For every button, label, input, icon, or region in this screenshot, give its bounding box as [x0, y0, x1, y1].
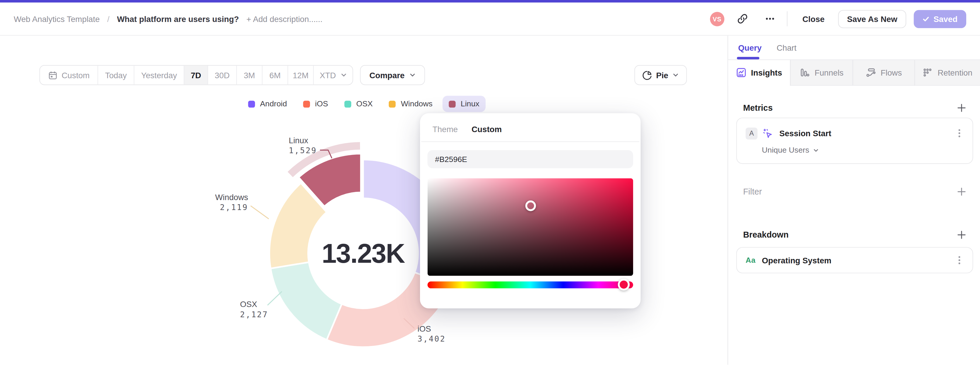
hex-color-input[interactable]: #B2596E [427, 150, 633, 168]
metric-letter-badge: A [746, 128, 757, 139]
pie-label-ios: iOS [417, 324, 431, 333]
save-as-new-button[interactable]: Save As New [838, 10, 906, 28]
breakdown-heading-row: Breakdown [743, 229, 968, 241]
add-filter-button[interactable] [956, 186, 968, 198]
tab-retention-label: Retention [937, 68, 972, 77]
popup-divider [421, 142, 639, 142]
breadcrumb: Web Analytics Template / What platform a… [14, 14, 323, 24]
text-property-badge: Aa [746, 256, 756, 265]
pie-leader-line-windows [251, 206, 269, 219]
metric-options-button[interactable] [954, 127, 965, 139]
breakdown-card[interactable]: Aa Operating System [736, 247, 973, 273]
breakdown-options-button[interactable] [954, 254, 965, 266]
saved-button-label: Saved [934, 14, 958, 24]
header: Web Analytics Template / What platform a… [0, 3, 980, 36]
filter-heading-row: Filter [743, 186, 968, 198]
color-picker-popup: Theme Custom #B2596E [420, 113, 641, 308]
report-canvas: CustomTodayYesterday7D30D3M6M12MXTD Comp… [0, 36, 727, 365]
saved-button[interactable]: Saved [913, 10, 966, 28]
plus-icon [957, 103, 966, 113]
tab-funnels[interactable]: Funnels [790, 60, 853, 86]
funnels-icon [800, 68, 810, 78]
check-icon [922, 15, 929, 22]
tab-custom[interactable]: Custom [472, 124, 502, 134]
header-divider [787, 11, 788, 26]
pie-label-linux: Linux [289, 136, 308, 145]
metrics-heading: Metrics [743, 103, 773, 113]
share-link-button[interactable] [733, 10, 752, 28]
chevron-down-icon [813, 147, 818, 153]
metric-measure-dropdown[interactable]: Unique Users [762, 146, 819, 155]
tab-flows-label: Flows [881, 68, 902, 77]
breakdown-heading: Breakdown [743, 230, 789, 240]
add-metric-button[interactable] [956, 102, 968, 114]
metrics-heading-row: Metrics [743, 102, 968, 114]
metric-card-row: A Session Start [746, 127, 965, 139]
pie-value-osx: 2,127 [240, 310, 268, 319]
metric-measure-label: Unique Users [762, 146, 809, 155]
pie-value-ios: 3,402 [417, 334, 445, 343]
event-sparkle-icon [762, 128, 773, 139]
tab-insights[interactable]: Insights [728, 60, 790, 86]
saturation-value-area[interactable] [427, 179, 633, 276]
color-picker-tabs: Theme Custom [420, 113, 641, 141]
tab-query[interactable]: Query [738, 43, 762, 52]
breadcrumb-separator: / [107, 14, 110, 24]
retention-icon [923, 68, 932, 78]
filter-heading: Filter [743, 187, 762, 196]
page-title[interactable]: What platform are users using? [117, 14, 239, 24]
breadcrumb-root[interactable]: Web Analytics Template [14, 14, 100, 24]
hue-slider[interactable] [427, 282, 633, 288]
tab-insights-label: Insights [751, 68, 782, 77]
top-accent-bar [0, 0, 980, 3]
flows-icon [865, 68, 875, 78]
plus-icon [957, 187, 966, 196]
pie-label-windows: Windows [215, 193, 248, 202]
sidebar-mode-tabs: Query Chart [728, 36, 980, 59]
pie-leader-line-osx [267, 292, 282, 305]
kebab-icon [955, 255, 964, 265]
plus-icon [957, 230, 966, 240]
add-breakdown-button[interactable] [956, 229, 968, 241]
tab-retention[interactable]: Retention [915, 60, 980, 86]
tab-chart[interactable]: Chart [776, 43, 797, 52]
header-actions: VS Close Save As New [710, 9, 966, 29]
app-window: Web Analytics Template / What platform a… [0, 0, 980, 365]
ellipsis-icon [765, 14, 775, 24]
tab-flows[interactable]: Flows [853, 60, 914, 86]
tab-theme[interactable]: Theme [433, 124, 458, 134]
avatar[interactable]: VS [710, 12, 724, 26]
metric-card[interactable]: A Session Start Uniqu [736, 118, 973, 164]
active-tab-underline [737, 57, 759, 59]
report-type-tabs: Insights Funnels [728, 59, 980, 86]
link-icon [737, 13, 748, 24]
query-sidebar: Query Chart Insights [727, 36, 980, 365]
saturation-cursor[interactable] [525, 200, 536, 211]
close-button[interactable]: Close [795, 9, 832, 29]
add-description-link[interactable]: + Add description...... [247, 14, 323, 24]
metric-event-name: Session Start [780, 129, 831, 138]
more-options-button[interactable] [760, 10, 779, 28]
hue-slider-handle[interactable] [618, 279, 630, 291]
pie-value-windows: 2,119 [220, 203, 248, 212]
pie-center-total: 13.23K [322, 239, 405, 268]
kebab-icon [955, 128, 964, 138]
insights-icon [736, 68, 746, 78]
pie-label-osx: OSX [240, 300, 257, 309]
pie-slice-osx[interactable] [270, 262, 342, 340]
main-area: CustomTodayYesterday7D30D3M6M12MXTD Comp… [0, 36, 980, 365]
tab-funnels-label: Funnels [815, 68, 843, 77]
pie-value-linux: 1,529 [289, 146, 317, 155]
breakdown-property-name: Operating System [762, 255, 832, 265]
